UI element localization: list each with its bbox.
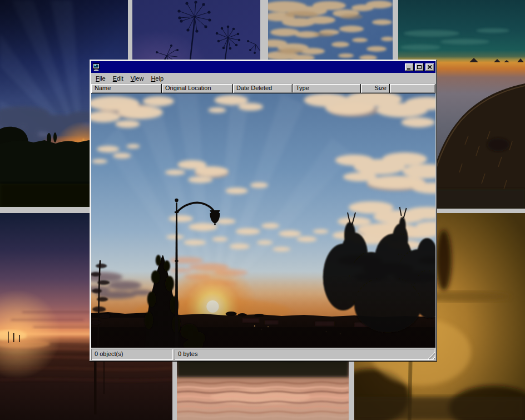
maximize-icon: [417, 65, 422, 69]
menu-view[interactable]: View: [131, 75, 144, 82]
status-bar: 0 object(s) 0 bytes: [91, 349, 435, 360]
close-icon: [428, 65, 432, 69]
status-bytes: 0 bytes: [175, 349, 434, 360]
recycle-bin-window: File Edit View Help Name Original Locati…: [90, 60, 437, 362]
column-header-date-deleted[interactable]: Date Deleted: [233, 84, 293, 93]
column-header-name[interactable]: Name: [91, 84, 162, 93]
column-header-row: Name Original Location Date Deleted Type…: [91, 84, 435, 93]
column-header-original-location[interactable]: Original Location: [162, 84, 233, 93]
computer-window-icon: [92, 63, 101, 71]
column-header-type[interactable]: Type: [293, 84, 361, 93]
menu-edit[interactable]: Edit: [113, 75, 123, 82]
column-header-size[interactable]: Size: [361, 84, 390, 93]
minimize-button[interactable]: [405, 63, 414, 71]
maximize-button[interactable]: [415, 63, 424, 71]
menu-bar: File Edit View Help: [91, 73, 435, 84]
status-objects: 0 object(s): [91, 349, 173, 360]
menu-file[interactable]: File: [96, 75, 106, 82]
titlebar[interactable]: [91, 61, 435, 73]
close-button[interactable]: [425, 63, 434, 71]
window-content-photo[interactable]: [91, 93, 435, 348]
column-header-empty[interactable]: [390, 84, 435, 93]
minimize-icon: [407, 68, 410, 70]
menu-help[interactable]: Help: [151, 75, 164, 82]
